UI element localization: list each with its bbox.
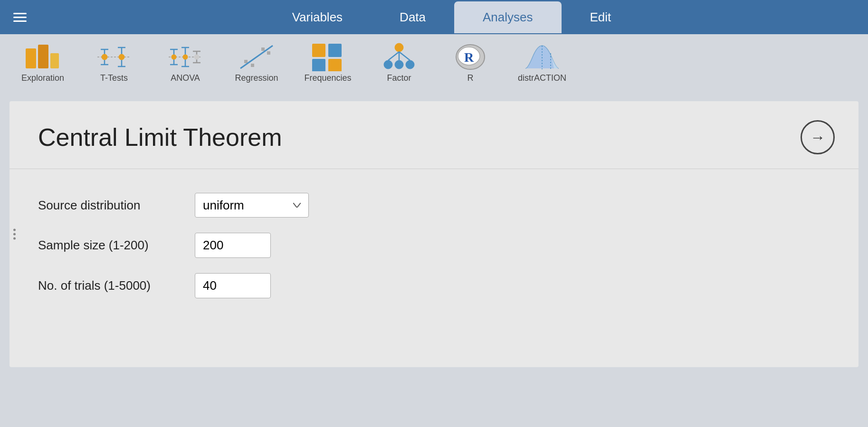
sample-size-input[interactable] (195, 233, 271, 258)
ttests-icon (95, 43, 133, 71)
svg-point-37 (406, 60, 414, 69)
svg-point-20 (183, 55, 188, 60)
svg-point-36 (395, 60, 403, 69)
svg-rect-31 (328, 44, 342, 57)
panel-title: Central Limit Theorem (38, 123, 282, 152)
panel-body: Source distribution uniform normal expon… (10, 169, 858, 337)
svg-rect-2 (50, 53, 59, 68)
frequencies-label: Frequencies (304, 73, 351, 83)
svg-point-11 (119, 54, 124, 60)
no-of-trials-input[interactable] (195, 273, 271, 298)
analysis-toolbar: Exploration T-Tests (0, 34, 868, 92)
svg-rect-25 (244, 60, 248, 63)
top-nav: Variables Data Analyses Edit (0, 0, 868, 34)
tab-data[interactable]: Data (371, 1, 454, 33)
svg-line-38 (388, 52, 399, 60)
distraction-icon (523, 43, 561, 71)
toolbar-item-exploration[interactable]: Exploration (10, 39, 76, 87)
exploration-icon (24, 43, 62, 71)
svg-line-29 (240, 46, 273, 68)
svg-rect-26 (251, 64, 254, 67)
tab-variables[interactable]: Variables (264, 1, 371, 33)
svg-point-35 (384, 60, 392, 69)
factor-label: Factor (387, 73, 411, 83)
source-distribution-label: Source distribution (38, 198, 181, 213)
svg-point-34 (395, 43, 403, 52)
source-distribution-select[interactable]: uniform normal exponential chi-squared (195, 193, 309, 218)
svg-point-16 (172, 55, 177, 60)
svg-rect-32 (312, 59, 325, 71)
main-content: Central Limit Theorem → Source distribut… (0, 92, 868, 427)
sample-size-row: Sample size (1-200) (38, 233, 830, 258)
source-distribution-row: Source distribution uniform normal expon… (38, 193, 830, 218)
toolbar-item-r[interactable]: R R (437, 39, 504, 87)
svg-point-24 (194, 55, 200, 60)
anova-label: ANOVA (171, 73, 200, 83)
nav-tabs: Variables Data Analyses Edit (45, 1, 858, 33)
tab-analyses[interactable]: Analyses (454, 1, 562, 33)
navigate-button[interactable]: → (801, 120, 835, 154)
frequencies-icon (311, 43, 344, 71)
drag-handle[interactable] (13, 229, 16, 240)
hamburger-menu[interactable] (10, 9, 30, 26)
svg-rect-28 (267, 51, 270, 55)
toolbar-item-factor[interactable]: Factor (366, 39, 432, 87)
regression-label: Regression (235, 73, 278, 83)
analysis-panel: Central Limit Theorem → Source distribut… (10, 101, 858, 367)
toolbar-item-frequencies[interactable]: Frequencies (295, 39, 361, 87)
tab-edit[interactable]: Edit (562, 1, 640, 33)
r-icon: R (454, 43, 487, 71)
svg-line-40 (399, 52, 410, 60)
panel-header: Central Limit Theorem → (10, 101, 858, 169)
ttests-label: T-Tests (100, 73, 128, 83)
exploration-label: Exploration (21, 73, 64, 83)
toolbar-item-ttests[interactable]: T-Tests (81, 39, 147, 87)
r-label: R (467, 73, 474, 83)
distraction-label: distrACTION (518, 73, 566, 83)
no-of-trials-row: No. of trials (1-5000) (38, 273, 830, 298)
anova-icon (166, 43, 204, 71)
no-of-trials-label: No. of trials (1-5000) (38, 278, 181, 293)
factor-icon (382, 43, 416, 71)
toolbar-item-regression[interactable]: Regression (223, 39, 290, 87)
svg-point-7 (102, 54, 107, 60)
svg-rect-1 (38, 45, 48, 68)
svg-rect-27 (261, 47, 265, 51)
toolbar-item-anova[interactable]: ANOVA (152, 39, 219, 87)
svg-rect-0 (26, 48, 36, 68)
regression-icon (238, 43, 276, 71)
svg-rect-33 (328, 59, 342, 71)
svg-text:R: R (464, 50, 474, 65)
sample-size-label: Sample size (1-200) (38, 238, 181, 253)
toolbar-item-distraction[interactable]: distrACTION (508, 39, 576, 87)
svg-rect-30 (312, 44, 325, 57)
